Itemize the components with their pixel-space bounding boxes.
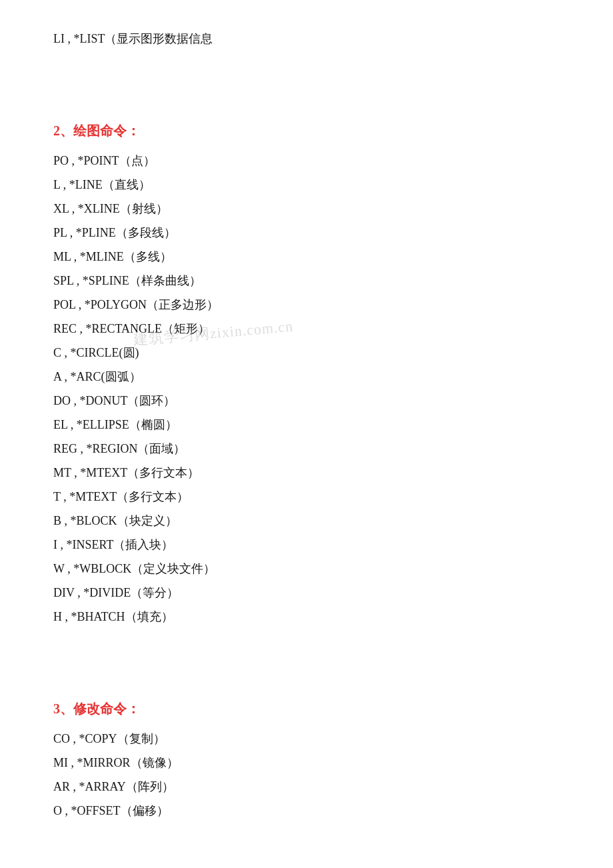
section-2: 2、绘图命令： PO , *POINT（点）L , *LINE（直线）XL , … [53, 119, 560, 629]
command-line-li: LI , *LIST（显示图形数据信息 [53, 27, 560, 51]
section-3-command-1: MI , *MIRROR（镜像） [53, 751, 560, 775]
section-2-command-1: L , *LINE（直线） [53, 173, 560, 197]
section-2-command-4: ML , *MLINE（多线） [53, 245, 560, 269]
section-3-commands: CO , *COPY（复制）MI , *MIRROR（镜像）AR , *ARRA… [53, 727, 560, 823]
section-2-command-10: DO , *DONUT（圆环） [53, 389, 560, 413]
section-3-command-3: O , *OFFSET（偏移） [53, 799, 560, 823]
section-2-command-7: REC , *RECTANGLE（矩形） [53, 317, 560, 341]
section-2-command-9: A , *ARC(圆弧） [53, 365, 560, 389]
section-3-command-2: AR , *ARRAY（阵列） [53, 775, 560, 799]
section-2-command-19: H , *BHATCH（填充） [53, 605, 560, 629]
section-2-command-14: T , *MTEXT（多行文本） [53, 485, 560, 509]
section-2-command-16: I , *INSERT（插入块） [53, 533, 560, 557]
section-2-command-3: PL , *PLINE（多段线） [53, 221, 560, 245]
section-2-command-17: W , *WBLOCK（定义块文件） [53, 557, 560, 581]
section-2-command-11: EL , *ELLIPSE（椭圆） [53, 413, 560, 437]
section-2-command-6: POL , *POLYGON（正多边形） [53, 293, 560, 317]
section-0-commands: LI , *LIST（显示图形数据信息 [53, 27, 560, 51]
section-2-commands: PO , *POINT（点）L , *LINE（直线）XL , *XLINE（射… [53, 149, 560, 629]
section-2-command-18: DIV , *DIVIDE（等分） [53, 581, 560, 605]
section-2-command-13: MT , *MTEXT（多行文本） [53, 461, 560, 485]
section-3-command-0: CO , *COPY（复制） [53, 727, 560, 751]
section-2-command-2: XL , *XLINE（射线） [53, 197, 560, 221]
section-3: 3、修改命令： CO , *COPY（复制）MI , *MIRROR（镜像）AR… [53, 697, 560, 823]
section-3-header: 3、修改命令： [53, 697, 560, 721]
section-2-command-8: C , *CIRCLE(圆) [53, 341, 560, 365]
section-2-command-15: B , *BLOCK（块定义） [53, 509, 560, 533]
section-2-command-0: PO , *POINT（点） [53, 149, 560, 173]
section-2-header: 2、绘图命令： [53, 119, 560, 143]
section-2-command-12: REG , *REGION（面域） [53, 437, 560, 461]
section-2-command-5: SPL , *SPLINE（样条曲线） [53, 269, 560, 293]
